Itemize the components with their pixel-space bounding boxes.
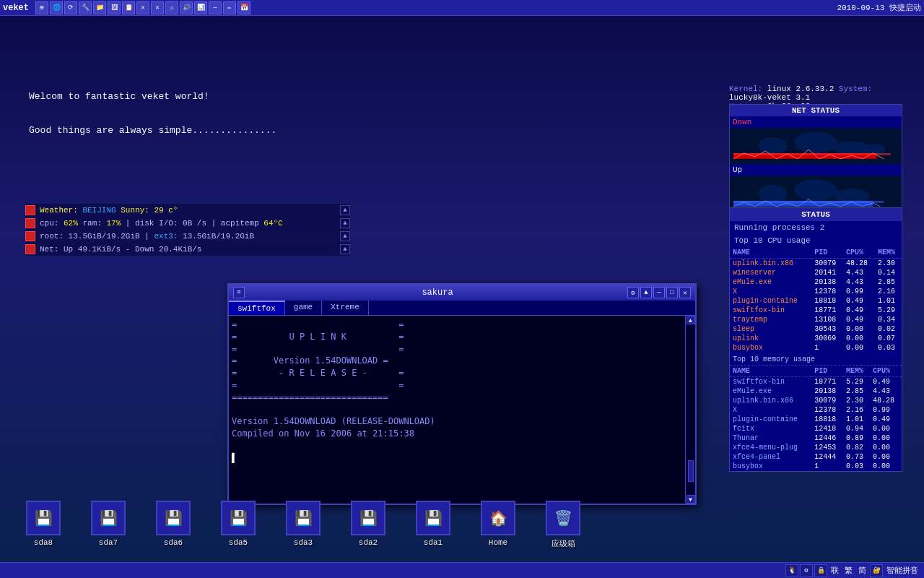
conky-root-row: root: 13.5GiB/19.2GiB | ext3: 13.5GiB/19… [25,230,350,243]
desktop-icon-image: 💾 [286,501,321,535]
net-up-map [730,176,902,212]
terminal-pre: = = = U P L I N K = = = = Version 1.54DO… [232,319,692,465]
table-cell: 12378 [811,287,843,296]
systray-linux[interactable]: 🐧 [785,564,798,577]
table-row: plugin-containe188181.010.49 [730,415,902,424]
taskbar-icon-14[interactable]: ✏ [223,1,236,14]
taskbar-icon-15[interactable]: 📅 [237,1,250,14]
welcome-line1: Welcom to fantastic veket world! [29,88,276,105]
table-cell: X [730,287,811,296]
cpu-arrow[interactable]: ▲ [340,218,350,228]
table-cell: uplink [730,334,811,343]
desktop-icon-应级箱[interactable]: 🗑️应级箱 [534,501,592,549]
desktop-icon-sda5[interactable]: 💾sda5 [209,501,267,549]
table-cell: 30543 [811,324,843,334]
table-cell: 1 [811,343,843,353]
status-panel-header: STATUS [730,208,902,221]
scroll-thumb[interactable] [688,460,694,482]
taskbar-icon-4[interactable]: 🔧 [79,1,92,14]
kernel-value: linux 2.6.33.2 [767,85,834,93]
taskbar-icon-2[interactable]: 🌐 [50,1,63,14]
table-cell: xfce4-menu-plug [730,443,811,452]
terminal-close-btn[interactable]: ✕ [679,287,691,298]
systray-key[interactable]: 🔐 [870,564,883,577]
taskbar-icon-6[interactable]: 🖼 [108,1,121,14]
table-cell: 12418 [811,424,843,434]
taskbar-icon-7[interactable]: 📋 [122,1,135,14]
table-cell: X [730,405,811,415]
desktop-icon-label: sda3 [294,538,313,547]
desktop-icon-sda6[interactable]: 💾sda6 [144,501,202,549]
terminal-content[interactable]: = = = U P L I N K = = = = Version 1.54DO… [229,316,695,504]
net-status-widget: NET STATUS Down Up [729,104,902,212]
desktop-icon-label: Home [489,538,507,547]
desktop-icon-home[interactable]: 🏠Home [469,501,527,549]
taskbar-icon-8[interactable]: ✕ [136,1,149,14]
table-cell: uplink.bin.x86 [730,396,811,405]
table-cell: 0.00 [843,324,875,334]
terminal-minimize-btn[interactable]: ─ [653,287,665,298]
svg-point-8 [759,185,788,202]
taskbar-icon-5[interactable]: 📁 [93,1,106,14]
table-cell: Thunar [730,434,811,443]
svg-rect-6 [733,153,891,155]
systray-ime[interactable]: 智能拼音 [886,565,918,576]
taskbar-icon-9[interactable]: ✕ [151,1,164,14]
table-cell: 0.00 [870,434,902,443]
terminal-up-btn[interactable]: ▲ [640,287,652,298]
table-row: X123782.160.99 [730,405,902,415]
systray-lian[interactable]: 联 [831,565,839,576]
terminal-menu-icon[interactable]: ≡ [233,287,245,298]
tab-swiftfox[interactable]: swiftfox [229,301,285,315]
table-cell: 30079 [811,396,843,405]
taskbar-icon-13[interactable]: ─ [209,1,222,14]
desktop-icon-sda3[interactable]: 💾sda3 [274,501,332,549]
desktop-icon-sda7[interactable]: 💾sda7 [79,501,137,549]
scroll-up-btn[interactable]: ▲ [687,316,695,324]
cpu-text: cpu: 62% ram: 17% | disk I/O: 0B /s | ac… [40,219,283,228]
table-cell: 48.28 [870,396,902,405]
root-arrow[interactable]: ▲ [340,231,350,241]
systray-lock[interactable]: 🔒 [814,564,827,577]
taskbar-icon-12[interactable]: 📊 [194,1,207,14]
systray-fan[interactable]: 繁 [845,565,853,576]
table-cell: traytemp [730,315,811,324]
net-arrow[interactable]: ▲ [340,244,350,254]
col-pid-mem: PID [811,366,843,377]
desktop-icon-image: 💾 [91,501,126,535]
systray-tool[interactable]: ⚙ [800,564,813,577]
systray-jian[interactable]: 简 [858,565,866,576]
taskbar-icons: ⊞ 🌐 ⟳ 🔧 📁 🖼 📋 ✕ ✕ ⚠ 🔊 📊 ─ ✏ 📅 [35,1,251,14]
table-cell: 13108 [811,315,843,324]
svg-rect-12 [733,201,884,203]
table-cell: 2.85 [875,277,902,287]
col-pid-cpu: PID [811,247,843,259]
table-cell: 0.49 [843,296,875,306]
table-row: swiftfox-bin187715.290.49 [730,377,902,387]
table-cell: 2.30 [843,396,870,405]
desktop-icon-sda2[interactable]: 💾sda2 [339,501,397,549]
tab-game[interactable]: game [285,301,322,315]
table-cell: 20138 [811,387,843,396]
table-row: busybox10.030.00 [730,462,902,471]
taskbar-icon-3[interactable]: ⟳ [64,1,77,14]
taskbar-bottom: 🐧 ⚙ 🔒 联 繁 简 🔐 智能拼音 [0,562,924,578]
terminal-maximize-btn[interactable]: □ [666,287,678,298]
terminal-scrollbar[interactable]: ▲ ▼ [685,316,695,504]
taskbar-icon-10[interactable]: ⚠ [165,1,178,14]
conky-net-row: Net: Up 49.1KiB/s - Down 20.4KiB/s ▲ [25,243,350,256]
desktop-icon-sda1[interactable]: 💾sda1 [404,501,462,549]
desktop-icon-image: 💾 [416,501,450,535]
terminal-titlebar[interactable]: ≡ sakura ⚙ ▲ ─ □ ✕ [229,285,695,301]
table-row: busybox10.000.03 [730,343,902,353]
taskbar-icon-1[interactable]: ⊞ [35,1,48,14]
taskbar-icon-11[interactable]: 🔊 [180,1,193,14]
tab-xtreme[interactable]: Xtreme [322,301,369,315]
terminal-settings-btn[interactable]: ⚙ [627,287,639,298]
table-row: traytemp131080.490.34 [730,315,902,324]
table-cell: 1.01 [843,415,870,424]
weather-arrow[interactable]: ▲ [340,205,350,215]
net-up-chart [730,176,902,212]
desktop-icon-sda8[interactable]: 💾sda8 [14,501,72,549]
table-cell: 0.03 [875,343,902,353]
